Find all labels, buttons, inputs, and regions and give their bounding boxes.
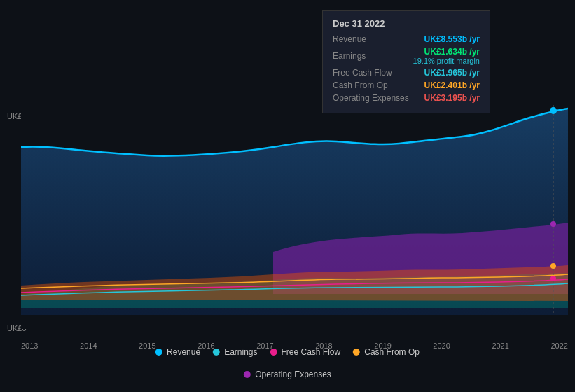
tooltip-row-opex: Operating Expenses UK£3.195b /yr xyxy=(333,93,480,103)
legend-dot-cashfromop xyxy=(353,349,360,356)
x-label-2013: 2013 xyxy=(21,342,38,350)
legend-label-cashfromop: Cash From Op xyxy=(364,347,420,357)
tooltip-row-earnings: Earnings UK£1.634b /yr 19.1% profit marg… xyxy=(333,47,480,65)
tooltip-row-revenue: Revenue UK£8.553b /yr xyxy=(333,34,480,44)
legend: Revenue Earnings Free Cash Flow Cash Fro… xyxy=(144,347,431,379)
svg-point-2 xyxy=(550,107,557,114)
legend-item-cashfromop[interactable]: Cash From Op xyxy=(353,347,420,357)
chart-svg xyxy=(21,105,568,329)
legend-dot-revenue xyxy=(155,349,162,356)
legend-item-fcf[interactable]: Free Cash Flow xyxy=(270,347,341,357)
tooltip-row-cashfromop: Cash From Op UK£2.401b /yr xyxy=(333,80,480,90)
tooltip-label-opex: Operating Expenses xyxy=(333,93,409,103)
tooltip-value-opex: UK£3.195b /yr xyxy=(424,93,480,103)
x-label-2020: 2020 xyxy=(433,342,450,350)
x-label-2021: 2021 xyxy=(492,342,508,350)
legend-item-revenue[interactable]: Revenue xyxy=(155,347,200,357)
svg-point-5 xyxy=(550,276,556,281)
legend-dot-fcf xyxy=(270,349,277,356)
tooltip: Dec 31 2022 Revenue UK£8.553b /yr Earnin… xyxy=(322,10,490,113)
legend-dot-opex xyxy=(244,371,251,378)
tooltip-label-fcf: Free Cash Flow xyxy=(333,68,392,78)
svg-point-4 xyxy=(550,263,556,269)
legend-label-earnings: Earnings xyxy=(224,347,257,357)
legend-item-opex[interactable]: Operating Expenses xyxy=(244,370,331,379)
legend-dot-earnings xyxy=(213,349,220,356)
legend-label-fcf: Free Cash Flow xyxy=(282,347,341,357)
tooltip-label-earnings: Earnings xyxy=(333,51,366,61)
tooltip-title: Dec 31 2022 xyxy=(333,18,480,29)
x-label-2022: 2022 xyxy=(550,342,567,350)
legend-item-earnings[interactable]: Earnings xyxy=(213,347,257,357)
chart-container: Dec 31 2022 Revenue UK£8.553b /yr Earnin… xyxy=(0,0,575,392)
svg-point-3 xyxy=(550,221,556,227)
tooltip-label-cashfromop: Cash From Op xyxy=(333,80,388,90)
tooltip-value-earnings: UK£1.634b /yr xyxy=(424,47,480,57)
tooltip-label-revenue: Revenue xyxy=(333,34,366,44)
legend-label-opex: Operating Expenses xyxy=(255,370,331,379)
tooltip-value-fcf: UK£1.965b /yr xyxy=(424,68,480,78)
x-label-2014: 2014 xyxy=(80,342,97,350)
tooltip-profit-margin: 19.1% profit margin xyxy=(413,57,480,65)
tooltip-value-revenue: UK£8.553b /yr xyxy=(424,34,480,44)
legend-label-revenue: Revenue xyxy=(167,347,200,357)
tooltip-row-fcf: Free Cash Flow UK£1.965b /yr xyxy=(333,68,480,78)
tooltip-value-cashfromop: UK£2.401b /yr xyxy=(424,80,480,90)
